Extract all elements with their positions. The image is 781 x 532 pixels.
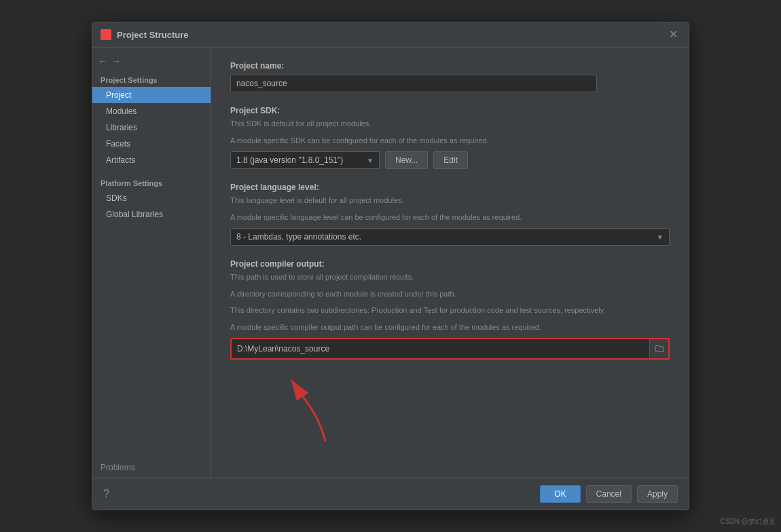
- sdk-section: Project SDK: This SDK is default for all…: [230, 106, 670, 169]
- project-structure-dialog: Project Structure ✕ ← → Project Settings…: [92, 22, 689, 510]
- arrow-annotation: [285, 373, 339, 448]
- lang-select-value: 8 - Lambdas, type annotations etc.: [236, 232, 361, 242]
- dialog-body: ← → Project Settings Project Modules Lib…: [92, 48, 689, 478]
- app-logo: [101, 29, 111, 40]
- lang-chevron-down-icon: ▼: [657, 233, 664, 241]
- dialog-footer: ? OK Cancel Apply: [92, 478, 689, 510]
- language-dropdown[interactable]: 8 - Lambdas, type annotations etc. ▼: [230, 228, 670, 246]
- compiler-section: Project compiler output: This path is us…: [230, 259, 670, 360]
- close-button[interactable]: ✕: [666, 28, 680, 41]
- compiler-folder-button[interactable]: [649, 339, 668, 358]
- sdk-title: Project SDK:: [230, 106, 670, 115]
- nav-back: ← →: [92, 53, 211, 72]
- back-next-icon[interactable]: →: [111, 56, 121, 66]
- main-content: Project name: Project SDK: This SDK is d…: [211, 48, 689, 478]
- footer-buttons: OK Cancel Apply: [540, 485, 678, 503]
- compiler-output-input[interactable]: [232, 339, 649, 358]
- ok-button[interactable]: OK: [540, 485, 580, 503]
- compiler-desc3: This directory contains two subdirectori…: [230, 305, 670, 316]
- apply-button[interactable]: Apply: [637, 485, 678, 503]
- sdk-chevron-down-icon: ▼: [367, 157, 374, 164]
- sdk-row: 1.8 (java version "1.8.0_151") ▼ New... …: [230, 151, 670, 169]
- compiler-title: Project compiler output:: [230, 259, 670, 269]
- compiler-desc4: A module specific compiler output path c…: [230, 322, 670, 333]
- back-prev-icon[interactable]: ←: [98, 56, 107, 66]
- sdk-dropdown[interactable]: 1.8 (java version "1.8.0_151") ▼: [230, 151, 380, 169]
- sdk-desc1: This SDK is default for all project modu…: [230, 118, 670, 130]
- sidebar: ← → Project Settings Project Modules Lib…: [92, 48, 211, 478]
- compiler-desc2: A directory corresponding to each module…: [230, 288, 670, 300]
- sidebar-item-global-libraries[interactable]: Global Libraries: [92, 206, 211, 223]
- sidebar-item-artifacts[interactable]: Artifacts: [92, 152, 211, 168]
- lang-desc1: This language level is default for all p…: [230, 195, 670, 206]
- language-section: Project language level: This language le…: [230, 183, 670, 246]
- sidebar-spacer: [92, 223, 211, 457]
- project-name-section: Project name:: [230, 61, 670, 92]
- compiler-output-row: [230, 338, 670, 360]
- watermark: CSDN @梦幻通灵: [721, 517, 776, 527]
- dialog-title: Project Structure: [117, 30, 188, 40]
- folder-icon: [655, 345, 664, 353]
- lang-desc2: A module specific language level can be …: [230, 212, 670, 223]
- sidebar-item-sdks[interactable]: SDKs: [92, 190, 211, 206]
- compiler-desc1: This path is used to store all project c…: [230, 271, 670, 283]
- sidebar-item-problems[interactable]: Problems: [92, 457, 211, 478]
- sidebar-item-libraries[interactable]: Libraries: [92, 119, 211, 136]
- cancel-button[interactable]: Cancel: [586, 485, 632, 503]
- annotation-area: [230, 373, 670, 455]
- title-bar-left: Project Structure: [101, 29, 188, 40]
- project-settings-header: Project Settings: [92, 72, 211, 87]
- language-title: Project language level:: [230, 183, 670, 192]
- title-bar: Project Structure ✕: [92, 22, 689, 48]
- project-name-label: Project name:: [230, 61, 670, 71]
- sidebar-item-modules[interactable]: Modules: [92, 103, 211, 119]
- sidebar-item-project[interactable]: Project: [92, 87, 211, 103]
- sdk-edit-button[interactable]: Edit: [433, 151, 468, 169]
- sidebar-item-facets[interactable]: Facets: [92, 136, 211, 152]
- help-button[interactable]: ?: [103, 488, 109, 500]
- sdk-select-value: 1.8 (java version "1.8.0_151"): [236, 155, 343, 165]
- sdk-desc2: A module specific SDK can be configured …: [230, 135, 670, 147]
- platform-settings-header: Platform Settings: [92, 175, 211, 190]
- project-name-input[interactable]: [230, 75, 597, 92]
- sdk-new-button[interactable]: New...: [385, 151, 428, 169]
